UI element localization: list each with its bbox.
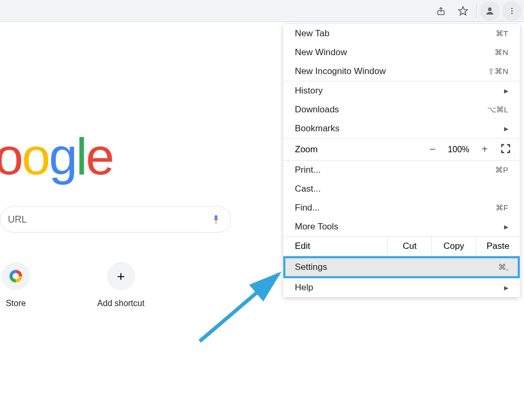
menu-settings[interactable]: Settings ⌘, xyxy=(283,256,520,278)
menu-shortcut: ⇧⌘N xyxy=(488,67,508,76)
search-placeholder: URL xyxy=(8,214,206,225)
svg-point-3 xyxy=(511,8,513,9)
menu-shortcut: ⌥⌘L xyxy=(487,105,508,114)
menu-item-label: Downloads xyxy=(295,104,339,115)
menu-item-label: Bookmarks xyxy=(295,123,340,134)
svg-point-2 xyxy=(488,7,492,11)
menu-downloads[interactable]: Downloads ⌥⌘L xyxy=(283,100,520,119)
cut-button[interactable]: Cut xyxy=(387,237,431,256)
new-tab-content: oogle URL Store + Add shortcut xyxy=(0,22,284,308)
webstore-icon xyxy=(2,262,30,290)
menu-incognito[interactable]: New Incognito Window ⇧⌘N xyxy=(283,62,520,81)
menu-item-label: Cast... xyxy=(295,184,321,194)
fullscreen-icon[interactable] xyxy=(500,143,511,156)
menu-history[interactable]: History ▶ xyxy=(283,81,520,100)
search-bar[interactable]: URL xyxy=(0,206,231,233)
menu-item-label: Print... xyxy=(295,165,321,175)
menu-item-label: Find... xyxy=(295,203,320,213)
profile-icon[interactable] xyxy=(480,1,500,21)
menu-shortcut: ⌘P xyxy=(495,165,508,175)
mic-icon[interactable] xyxy=(211,212,221,227)
edit-label: Edit xyxy=(283,237,387,256)
more-icon[interactable] xyxy=(502,1,522,21)
svg-point-4 xyxy=(511,10,513,12)
menu-shortcut: ⌘N xyxy=(495,48,508,57)
menu-zoom: Zoom − 100% + xyxy=(283,139,520,161)
menu-item-label: New Tab xyxy=(295,28,330,39)
shortcut-web-store[interactable]: Store xyxy=(0,262,47,308)
svg-point-5 xyxy=(511,13,513,14)
browser-toolbar xyxy=(0,0,524,22)
menu-item-label: New Window xyxy=(295,47,347,58)
chevron-right-icon: ▶ xyxy=(504,224,508,230)
bookmark-star-icon[interactable] xyxy=(453,1,473,21)
shortcut-add[interactable]: + Add shortcut xyxy=(89,262,152,308)
plus-icon: + xyxy=(107,262,135,290)
menu-item-label: Help xyxy=(295,282,313,293)
menu-find[interactable]: Find... ⌘F xyxy=(283,198,520,217)
menu-help[interactable]: Help ▶ xyxy=(283,278,520,297)
zoom-value: 100% xyxy=(448,145,469,154)
zoom-in-button[interactable]: + xyxy=(480,143,489,155)
menu-edit-row: Edit Cut Copy Paste xyxy=(283,236,520,256)
menu-new-tab[interactable]: New Tab ⌘T xyxy=(283,24,520,43)
menu-cast[interactable]: Cast... xyxy=(283,180,520,198)
menu-item-label: History xyxy=(295,86,323,96)
copy-button[interactable]: Copy xyxy=(431,237,476,256)
menu-item-label: New Incognito Window xyxy=(295,66,386,77)
menu-shortcut: ⌘F xyxy=(496,203,508,213)
menu-new-window[interactable]: New Window ⌘N xyxy=(283,43,520,62)
chevron-right-icon: ▶ xyxy=(504,88,508,94)
shortcut-label: Add shortcut xyxy=(97,299,145,308)
svg-marker-1 xyxy=(459,6,468,15)
share-icon[interactable] xyxy=(431,1,451,21)
toolbar-separator xyxy=(476,4,477,18)
paste-button[interactable]: Paste xyxy=(476,237,520,256)
chevron-right-icon: ▶ xyxy=(504,125,508,132)
menu-more-tools[interactable]: More Tools ▶ xyxy=(283,217,520,236)
menu-item-label: Settings xyxy=(295,262,327,272)
menu-shortcut: ⌘T xyxy=(496,29,508,38)
menu-print[interactable]: Print... ⌘P xyxy=(283,161,520,180)
chrome-menu: New Tab ⌘T New Window ⌘N New Incognito W… xyxy=(283,24,520,297)
menu-shortcut: ⌘, xyxy=(498,262,508,272)
shortcuts-row: Store + Add shortcut xyxy=(0,262,152,308)
menu-item-label: More Tools xyxy=(295,222,338,232)
chevron-right-icon: ▶ xyxy=(504,285,508,291)
google-logo: oogle xyxy=(0,127,113,186)
shortcut-label: Store xyxy=(6,299,26,308)
zoom-label: Zoom xyxy=(283,144,428,155)
zoom-out-button[interactable]: − xyxy=(428,143,437,155)
menu-bookmarks[interactable]: Bookmarks ▶ xyxy=(283,119,520,138)
